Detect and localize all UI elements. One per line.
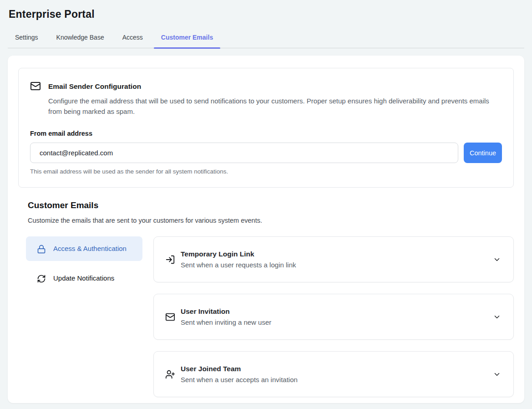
tab-settings[interactable]: Settings bbox=[8, 30, 46, 48]
refresh-icon bbox=[37, 274, 46, 283]
template-title: User Joined Team bbox=[181, 365, 298, 373]
sender-card-description: Configure the email address that will be… bbox=[48, 96, 497, 117]
email-sender-configuration-card: Email Sender Configuration Configure the… bbox=[18, 68, 514, 188]
main-content-panel: Email Sender Configuration Configure the… bbox=[8, 56, 524, 403]
enterprise-portal-page: Enterprise Portal Settings Knowledge Bas… bbox=[0, 0, 532, 403]
from-email-input[interactable] bbox=[30, 143, 458, 163]
tab-customer-emails[interactable]: Customer Emails bbox=[154, 30, 220, 48]
template-user-joined-team[interactable]: User Joined Team Sent when a user accept… bbox=[153, 351, 514, 397]
chevron-down-icon[interactable] bbox=[493, 313, 501, 321]
continue-button[interactable]: Continue bbox=[464, 143, 502, 163]
category-access-authentication[interactable]: Access & Authentication bbox=[26, 236, 142, 261]
template-temporary-login-link[interactable]: Temporary Login Link Sent when a user re… bbox=[153, 236, 514, 282]
template-user-invitation[interactable]: User Invitation Sent when inviting a new… bbox=[153, 294, 514, 340]
template-title: User Invitation bbox=[181, 307, 271, 316]
from-email-helper-text: This email address will be used as the s… bbox=[30, 168, 502, 175]
template-title: Temporary Login Link bbox=[181, 250, 296, 258]
email-category-list: Access & Authentication Update Notificat… bbox=[26, 236, 142, 397]
category-update-notifications[interactable]: Update Notifications bbox=[26, 266, 142, 291]
sender-card-header: Email Sender Configuration bbox=[30, 81, 502, 92]
customer-emails-heading: Customer Emails bbox=[28, 200, 514, 210]
category-label: Update Notifications bbox=[53, 273, 114, 283]
from-email-row: Continue bbox=[30, 143, 502, 163]
from-email-label: From email address bbox=[30, 130, 502, 137]
category-label: Access & Authentication bbox=[53, 244, 127, 254]
lock-icon bbox=[37, 245, 46, 254]
login-icon bbox=[165, 255, 175, 265]
template-subtitle: Sent when inviting a new user bbox=[181, 318, 271, 326]
mail-icon bbox=[165, 312, 175, 322]
tab-access[interactable]: Access bbox=[115, 30, 150, 48]
chevron-down-icon[interactable] bbox=[493, 256, 501, 264]
template-subtitle: Sent when a user accepts an invitation bbox=[181, 376, 298, 383]
customer-emails-body: Access & Authentication Update Notificat… bbox=[18, 236, 514, 397]
sender-card-title: Email Sender Configuration bbox=[48, 81, 141, 91]
page-title: Enterprise Portal bbox=[8, 0, 524, 20]
template-subtitle: Sent when a user requests a login link bbox=[181, 261, 296, 269]
tab-bar: Settings Knowledge Base Access Customer … bbox=[8, 30, 524, 48]
chevron-down-icon[interactable] bbox=[493, 370, 501, 378]
customer-emails-description: Customize the emails that are sent to yo… bbox=[28, 217, 514, 224]
tab-knowledge-base[interactable]: Knowledge Base bbox=[49, 30, 111, 48]
mail-icon bbox=[30, 81, 41, 92]
user-plus-icon bbox=[165, 369, 175, 379]
email-template-list: Temporary Login Link Sent when a user re… bbox=[153, 236, 514, 397]
